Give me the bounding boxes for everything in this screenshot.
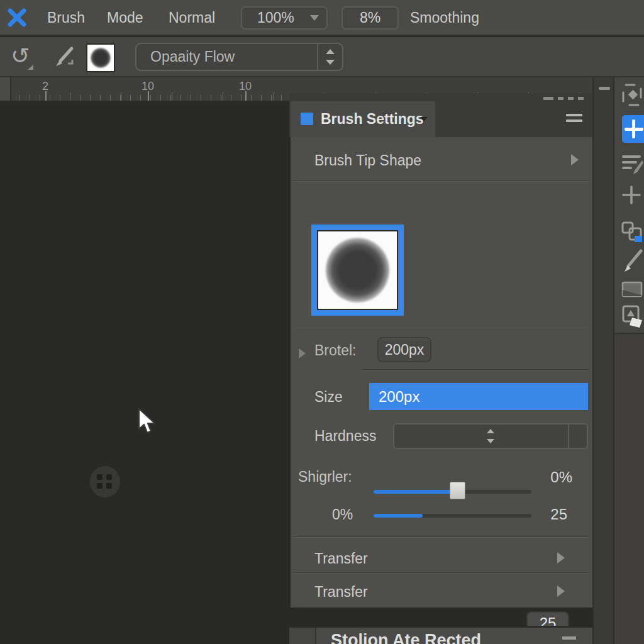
panel-gutter <box>592 77 613 644</box>
brush-stamp-mark <box>90 466 120 497</box>
application-window: Brush Mode Normal 100% 8% Smoothing ↺ Op… <box>0 0 644 644</box>
chevron-down-icon <box>420 117 428 121</box>
collapse-panel-icon[interactable] <box>599 87 610 90</box>
spacing-slider[interactable] <box>374 514 531 518</box>
paste-icon[interactable] <box>621 304 644 329</box>
chevron-right-icon[interactable] <box>299 348 306 358</box>
opacity-dropdown-value: 100% <box>257 9 294 26</box>
panel-body: Brush Tip Shape Brotel: 200px Size 200px… <box>291 137 592 608</box>
undo-flyout-triangle-icon <box>28 65 33 70</box>
brush-tool-icon[interactable] <box>52 45 77 70</box>
add-icon[interactable] <box>621 183 644 208</box>
flow-field[interactable]: 8% <box>341 6 399 30</box>
row-divider <box>293 331 589 331</box>
spacing-label: 0% <box>332 506 353 523</box>
row-divider <box>293 572 589 573</box>
pen-tool-icon[interactable] <box>621 248 644 274</box>
hardness-input[interactable] <box>393 423 588 449</box>
options-bar: ↺ Opaaity Flow <box>0 37 644 77</box>
tab-brush-settings[interactable]: Brush Settings <box>291 101 435 137</box>
brush-tip-preview[interactable] <box>86 43 115 72</box>
hardness-label: Hardness <box>314 428 376 445</box>
row-divider <box>293 607 589 608</box>
app-close-icon[interactable] <box>8 8 26 27</box>
brush-preset-blob <box>326 238 389 303</box>
flow-field-value: 8% <box>360 9 380 26</box>
panel-drag-dots-icon <box>543 97 584 100</box>
sidebar-lower-area <box>614 334 644 644</box>
menu-item-normal[interactable]: Normal <box>169 9 215 26</box>
opacity-flow-dropdown-value: Opaaity Flow <box>150 48 235 65</box>
ruler-origin-corner <box>0 77 11 101</box>
menu-item-mode[interactable]: Mode <box>107 9 143 26</box>
brush-preset-thumbnail[interactable] <box>311 225 404 316</box>
bottom-panel-left-block <box>289 628 316 644</box>
duplicate-layers-icon[interactable] <box>621 221 644 246</box>
chevron-down-icon <box>310 15 319 21</box>
shigrler-slider-thumb[interactable] <box>450 482 465 499</box>
brush-settings-panel: Brush Settings Brush Tip Shape Brotel: 2… <box>289 93 592 626</box>
panel-title: Brush Settings <box>321 111 424 128</box>
stepper-icon[interactable] <box>317 44 342 70</box>
layer-thumbnail-icon[interactable] <box>621 277 644 303</box>
shigrler-label: Shigrler: <box>298 469 352 486</box>
opacity-dropdown[interactable]: 100% <box>241 6 328 30</box>
adjustment-frame-icon[interactable] <box>621 82 644 108</box>
size-label: Size <box>314 389 343 406</box>
transfer-row[interactable]: Transfer <box>314 584 368 601</box>
row-divider <box>293 180 589 181</box>
chevron-right-icon[interactable] <box>557 552 565 564</box>
bottom-panel-title[interactable]: Stolion Ate Rected <box>331 631 481 644</box>
opacity-flow-dropdown[interactable]: Opaaity Flow <box>135 43 343 71</box>
panel-tab-bar: Brush Settings <box>289 93 592 137</box>
chevron-right-icon[interactable] <box>557 586 565 597</box>
collapse-panel-icon[interactable] <box>562 636 576 640</box>
chevron-right-icon[interactable] <box>571 154 579 165</box>
brotel-value-button[interactable]: 200px <box>377 337 431 362</box>
stepper-icon[interactable] <box>568 425 587 448</box>
brush-tip-blob <box>91 48 111 68</box>
bottom-panel: Stolion Ate Rected <box>289 626 592 644</box>
filter-settings-icon[interactable] <box>621 152 644 177</box>
row-divider <box>293 536 589 537</box>
size-input[interactable]: 200px <box>369 383 588 410</box>
size-value: 200px <box>379 388 419 405</box>
add-layer-button[interactable] <box>622 115 644 143</box>
right-toolbar <box>613 37 644 644</box>
transfer-row[interactable]: Transfer <box>314 550 368 567</box>
row-divider <box>364 369 589 370</box>
mouse-cursor <box>137 408 158 435</box>
shigrler-value: 0% <box>550 469 572 486</box>
brush-tip-shape-row[interactable]: Brush Tip Shape <box>314 152 421 169</box>
menubar: Brush Mode Normal 100% 8% Smoothing <box>0 0 644 36</box>
brotel-label: Brotel: <box>314 342 356 359</box>
brotel-value: 200px <box>385 341 425 358</box>
panel-menu-icon[interactable] <box>566 114 582 125</box>
panel-color-swatch <box>301 113 313 125</box>
menu-item-brush[interactable]: Brush <box>47 9 85 26</box>
smoothing-label: Smoothing <box>410 9 479 26</box>
spacing-value: 25 <box>550 506 567 523</box>
